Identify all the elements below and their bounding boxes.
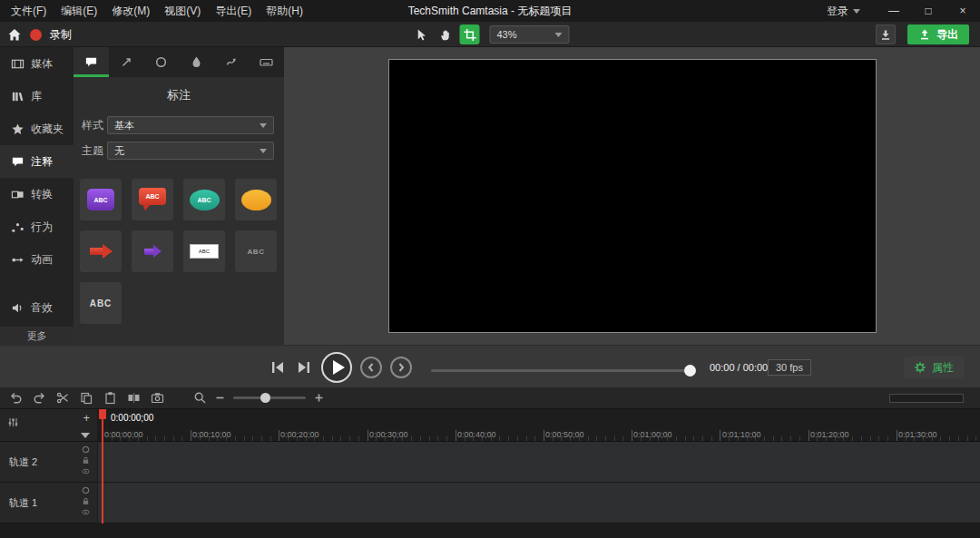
track-visibility-icon[interactable]	[82, 467, 90, 475]
chevron-right-icon	[395, 361, 407, 374]
export-label: 导出	[936, 27, 958, 43]
crop-tool-button[interactable]	[460, 24, 480, 44]
sidebar-item-animations[interactable]: 动画	[0, 243, 74, 276]
pan-tool-button[interactable]	[436, 24, 456, 44]
sidebar-more-button[interactable]: 更多	[0, 327, 74, 345]
fps-indicator: 30 fps	[768, 359, 811, 376]
track-content[interactable]	[98, 483, 980, 523]
sidebar-item-media[interactable]: 媒体	[0, 47, 74, 80]
ruler-tick-label: 0:01:00;00	[633, 430, 672, 439]
behaviors-icon	[11, 220, 24, 234]
minimize-button[interactable]: —	[877, 0, 911, 22]
sidebar-item-label: 库	[31, 89, 42, 104]
track-loop-icon[interactable]	[82, 486, 90, 494]
timeline-ruler[interactable]: 0:00:00;00 0:00:00;00 0:00:10;00 0:00:20…	[98, 409, 980, 442]
previous-frame-button[interactable]	[269, 358, 287, 377]
magnifier-icon[interactable]	[193, 391, 207, 405]
menu-modify[interactable]: 修改(M)	[104, 0, 157, 22]
canvas-tools: 43%	[411, 22, 570, 47]
sidebar-item-label: 媒体	[31, 56, 53, 72]
track-toggles	[82, 486, 90, 516]
chevron-down-icon[interactable]	[81, 433, 90, 438]
track-content[interactable]	[98, 442, 980, 482]
video-preview[interactable]	[388, 59, 877, 333]
zoom-level-dropdown[interactable]: 43%	[490, 25, 570, 44]
menu-help[interactable]: 帮助(H)	[259, 0, 310, 22]
sidebar-item-favorites[interactable]: 收藏夹	[0, 112, 74, 145]
tab-arrows[interactable]	[109, 47, 144, 77]
download-button[interactable]	[876, 24, 896, 44]
track-lock-icon[interactable]	[82, 456, 90, 465]
mixer-icon[interactable]	[7, 416, 19, 428]
copy-button[interactable]	[80, 391, 93, 405]
sidebar-item-audio-effects[interactable]: 音效	[0, 291, 74, 324]
tab-blur[interactable]	[179, 47, 214, 77]
record-label[interactable]: 录制	[50, 27, 72, 43]
callout-plain-text[interactable]: ABC	[235, 230, 277, 272]
next-frame-button[interactable]	[295, 358, 313, 377]
sidebar-item-library[interactable]: 库	[0, 80, 74, 112]
play-button[interactable]	[321, 352, 352, 383]
step-forward-button[interactable]	[390, 357, 412, 378]
snapshot-button[interactable]	[151, 391, 164, 405]
menu-file[interactable]: 文件(F)	[4, 0, 54, 22]
time-display: 00:00 / 00:00	[710, 346, 768, 388]
style-dropdown[interactable]: 基本	[107, 116, 274, 134]
zoom-out-button[interactable]	[215, 393, 225, 403]
callout-orange-cloud[interactable]	[235, 179, 277, 220]
callout-red-arrow[interactable]	[80, 230, 122, 272]
maximize-button[interactable]: □	[911, 0, 946, 22]
timeline-minimap[interactable]	[889, 394, 964, 403]
home-icon[interactable]	[7, 28, 22, 42]
callout-red-bubble[interactable]: ABC	[132, 179, 173, 220]
callout-purple-rect[interactable]: ABC	[80, 179, 122, 220]
paste-button[interactable]	[103, 391, 117, 405]
pointer-tool-button[interactable]	[411, 24, 431, 44]
tab-shapes[interactable]	[143, 47, 179, 77]
menu-edit[interactable]: 编辑(E)	[54, 0, 104, 22]
canvas-area[interactable]	[284, 47, 980, 345]
theme-row: 主题 无	[82, 142, 274, 160]
seek-handle[interactable]	[684, 365, 696, 377]
track-loop-icon[interactable]	[82, 445, 90, 454]
callout-text-box[interactable]: ABC	[183, 230, 225, 272]
login-label: 登录	[827, 4, 848, 19]
playhead-handle[interactable]	[99, 409, 106, 419]
split-button[interactable]	[127, 391, 141, 405]
chevron-down-icon	[260, 123, 267, 128]
timeline-zoom-slider[interactable]	[233, 396, 306, 399]
sidebar-item-behaviors[interactable]: 行为	[0, 210, 74, 243]
theme-dropdown[interactable]: 无	[107, 142, 274, 160]
sidebar-item-annotations[interactable]: 注释	[0, 145, 74, 178]
record-icon[interactable]	[30, 29, 42, 41]
callout-purple-arrow[interactable]	[132, 230, 173, 272]
step-back-button[interactable]	[360, 357, 382, 378]
close-button[interactable]: ×	[946, 0, 980, 22]
tab-callouts[interactable]	[74, 47, 109, 77]
export-button[interactable]: 导出	[907, 24, 969, 44]
menu-export[interactable]: 导出(E)	[208, 0, 259, 22]
undo-button[interactable]	[9, 391, 23, 405]
callout-keystroke-text[interactable]: ABC	[80, 282, 122, 324]
track-lock-icon[interactable]	[82, 497, 90, 505]
login-menu[interactable]: 登录	[810, 4, 877, 19]
callout-teal-cloud[interactable]: ABC	[183, 179, 225, 220]
playback-bar: 00:00 / 00:00 30 fps 属性	[0, 345, 980, 387]
zoom-in-button[interactable]	[314, 393, 324, 403]
cut-button[interactable]	[56, 391, 70, 405]
tab-sketch-motion[interactable]	[214, 47, 250, 77]
menu-items: 文件(F) 编辑(E) 修改(M) 视图(V) 导出(E) 帮助(H)	[0, 0, 310, 22]
callout-icon	[84, 55, 98, 69]
timeline-zoom-handle[interactable]	[260, 393, 270, 403]
tab-keystroke[interactable]	[249, 47, 284, 77]
ruler-tick-label: 0:01:10;00	[722, 430, 761, 439]
redo-button[interactable]	[33, 391, 46, 405]
menu-view[interactable]: 视图(V)	[157, 0, 208, 22]
sidebar-item-transitions[interactable]: 转换	[0, 178, 74, 210]
seek-slider[interactable]	[431, 369, 694, 372]
add-track-button[interactable]: +	[83, 411, 90, 425]
playhead[interactable]	[102, 409, 103, 523]
track-visibility-icon[interactable]	[82, 508, 90, 516]
properties-button[interactable]: 属性	[904, 357, 964, 378]
style-label: 样式	[82, 118, 104, 133]
